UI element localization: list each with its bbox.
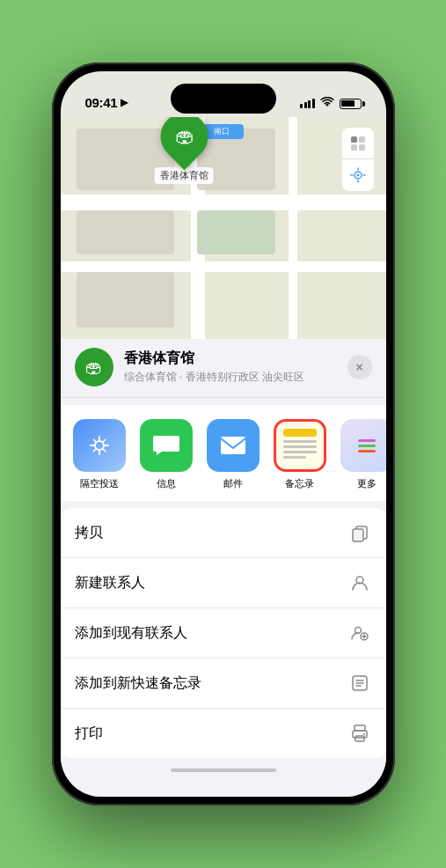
map-road <box>61 261 386 272</box>
venue-info-row: 🏟 香港体育馆 综合体育馆 · 香港特别行政区 油尖旺区 × <box>61 339 386 398</box>
add-existing-label: 添加到现有联系人 <box>75 624 187 643</box>
messages-icon <box>140 419 193 472</box>
add-note-menu-item[interactable]: 添加到新快速备忘录 <box>61 658 386 709</box>
svg-rect-7 <box>221 437 245 454</box>
share-more-button[interactable]: 更多 <box>335 419 386 490</box>
pin-bubble: 🏟 <box>150 117 217 170</box>
map-road <box>61 195 386 210</box>
venue-name: 香港体育馆 <box>124 349 337 368</box>
phone-screen: 09:41 ▶ <box>61 71 386 797</box>
print-icon <box>347 721 372 746</box>
new-contact-label: 新建联系人 <box>75 574 145 592</box>
map-controls <box>342 128 374 191</box>
add-note-icon <box>347 671 372 695</box>
svg-rect-9 <box>353 529 363 541</box>
map-view-button[interactable] <box>342 128 374 159</box>
copy-label: 拷贝 <box>75 524 103 542</box>
bottom-sheet: 🏟 香港体育馆 综合体育馆 · 香港特别行政区 油尖旺区 × <box>61 339 386 797</box>
svg-rect-16 <box>355 736 364 741</box>
svg-rect-1 <box>359 136 365 143</box>
add-existing-icon <box>347 621 372 645</box>
share-actions-inner: 隔空投送 信息 <box>68 419 379 490</box>
location-arrow-icon: ▶ <box>121 97 128 108</box>
wifi-icon <box>320 97 334 110</box>
add-note-label: 添加到新快速备忘录 <box>75 674 201 693</box>
dynamic-island <box>171 84 276 114</box>
copy-icon <box>347 520 372 545</box>
battery-icon <box>340 99 362 109</box>
share-airdrop-button[interactable]: 隔空投送 <box>68 419 131 490</box>
phone-frame: 09:41 ▶ <box>52 63 395 805</box>
print-label: 打印 <box>75 725 103 743</box>
mail-label: 邮件 <box>223 477 243 490</box>
map-block <box>77 272 174 327</box>
print-menu-item[interactable]: 打印 <box>61 709 386 758</box>
svg-rect-0 <box>351 136 357 143</box>
map-block <box>77 210 174 254</box>
share-notes-button[interactable]: 备忘录 <box>268 419 332 490</box>
venue-pin[interactable]: 🏟 香港体育馆 <box>155 117 214 184</box>
share-mail-button[interactable]: 邮件 <box>201 419 265 490</box>
more-icon <box>340 419 386 472</box>
menu-section: 拷贝 新建联系人 <box>61 508 386 758</box>
home-indicator <box>61 761 386 779</box>
share-messages-button[interactable]: 信息 <box>135 419 198 490</box>
map-road <box>289 117 297 339</box>
airdrop-icon <box>73 419 126 472</box>
messages-label: 信息 <box>157 477 176 490</box>
svg-rect-2 <box>351 144 357 151</box>
new-contact-icon <box>347 570 372 595</box>
notes-icon <box>274 419 326 472</box>
status-time: 09:41 <box>85 95 118 110</box>
signal-bars-icon <box>300 99 315 108</box>
venue-subtitle: 综合体育馆 · 香港特别行政区 油尖旺区 <box>124 370 337 385</box>
map-area[interactable]: 南口 🏟 香港体育馆 <box>61 117 386 339</box>
more-label: 更多 <box>357 477 377 490</box>
venue-icon: 🏟 <box>75 348 113 386</box>
share-actions-row: 隔空投送 信息 <box>61 405 386 501</box>
venue-text: 香港体育馆 综合体育馆 · 香港特别行政区 油尖旺区 <box>124 349 337 385</box>
add-existing-menu-item[interactable]: 添加到现有联系人 <box>61 608 386 658</box>
mail-icon <box>207 419 260 472</box>
location-button[interactable] <box>342 159 374 191</box>
home-bar <box>171 769 276 772</box>
svg-rect-14 <box>355 725 365 731</box>
airdrop-label: 隔空投送 <box>80 477 119 490</box>
svg-point-5 <box>356 174 359 177</box>
pin-emoji: 🏟 <box>174 125 194 148</box>
copy-menu-item[interactable]: 拷贝 <box>61 508 386 558</box>
new-contact-menu-item[interactable]: 新建联系人 <box>61 558 386 608</box>
close-button[interactable]: × <box>347 355 372 379</box>
notes-label: 备忘录 <box>285 477 314 490</box>
status-icons <box>300 97 362 110</box>
svg-rect-3 <box>359 144 365 151</box>
map-block <box>197 210 275 254</box>
svg-point-17 <box>363 733 365 735</box>
